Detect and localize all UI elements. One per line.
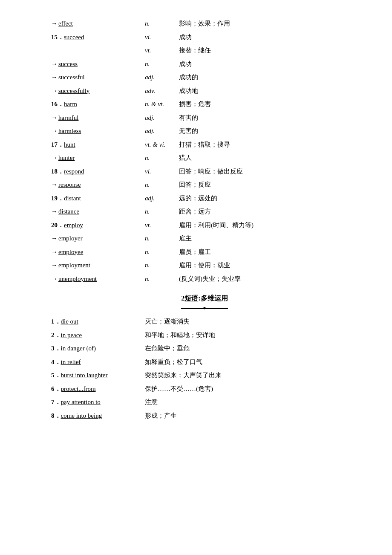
derivative-word: distance bbox=[58, 208, 79, 215]
word-col: 20．employ bbox=[51, 220, 145, 231]
pos-col: n. & vt. bbox=[145, 99, 179, 110]
word-col: 19．distant bbox=[51, 193, 145, 204]
vocab-row: →huntern.猎人 bbox=[51, 151, 358, 165]
entry-word: employ bbox=[64, 222, 83, 228]
phrase-number: 4． bbox=[51, 358, 61, 365]
arrow-prefix: → bbox=[51, 154, 58, 161]
arrow-prefix: → bbox=[51, 262, 58, 269]
vocab-row: →employeen.雇员；雇工 bbox=[51, 246, 358, 259]
derivative-word: harmful bbox=[58, 114, 78, 121]
phrase-row: 8．come into being形成；产生 bbox=[51, 409, 358, 423]
phrase-row: 3．in danger (of)在危险中；垂危 bbox=[51, 342, 358, 356]
phrase-def-col: 如释重负；松了口气 bbox=[145, 357, 358, 368]
derivative-word: effect bbox=[58, 20, 73, 27]
entry-word: hunt bbox=[64, 141, 75, 148]
pos-col: n. bbox=[145, 274, 179, 285]
vocab-row: →successfuladj.成功的 bbox=[51, 71, 358, 84]
entry-word: succeed bbox=[64, 34, 84, 40]
word-col: →unemployment bbox=[51, 274, 145, 285]
def-col: 接替；继任 bbox=[179, 45, 358, 56]
vocab-row: 19．distantadj.远的；远处的 bbox=[51, 192, 358, 205]
pos-col: n. bbox=[145, 179, 179, 191]
def-col: 回答；响应；做出反应 bbox=[179, 166, 358, 177]
derivative-word: hunter bbox=[58, 154, 75, 161]
phrase-row: 5．burst into laughter突然笑起来；大声笑了出来 bbox=[51, 369, 358, 382]
phrase-number: 1． bbox=[51, 318, 61, 325]
derivative-word: unemployment bbox=[58, 275, 97, 282]
word-col: 18．respond bbox=[51, 166, 145, 177]
phrase-row: 1．die out灭亡；逐渐消失 bbox=[51, 315, 358, 329]
phrase-text: in peace bbox=[61, 332, 82, 338]
vocab-row: →harmfuladj.有害的 bbox=[51, 111, 358, 125]
entry-number: 17． bbox=[51, 141, 64, 148]
phrase-number: 2． bbox=[51, 332, 61, 338]
def-col: 成功 bbox=[179, 59, 358, 70]
section-sub: :多维运用 bbox=[198, 295, 228, 302]
word-col: →employment bbox=[51, 260, 145, 271]
arrow-prefix: → bbox=[51, 208, 58, 215]
def-col: 影响；效果；作用 bbox=[179, 18, 358, 29]
phrase-row: 7．pay attention to注意 bbox=[51, 396, 358, 409]
def-col: 打猎；猎取；搜寻 bbox=[179, 139, 358, 150]
vocab-row: 15．succeedvi.成功 bbox=[51, 31, 358, 44]
vocab-row: →effectn.影响；效果；作用 bbox=[51, 17, 358, 31]
section-title-text: 2短语:多维运用 bbox=[181, 294, 228, 303]
derivative-word: employee bbox=[58, 249, 83, 255]
phrase-row: 6．protect...from保护……不受……(危害) bbox=[51, 382, 358, 396]
derivative-word: success bbox=[58, 61, 78, 67]
entry-number: 15． bbox=[51, 34, 64, 40]
phrase-row: 2．in peace和平地；和睦地；安详地 bbox=[51, 329, 358, 342]
entry-number: 16． bbox=[51, 101, 64, 107]
def-col: 成功 bbox=[179, 32, 358, 43]
phrase-def-col: 注意 bbox=[145, 397, 358, 408]
def-col: 成功的 bbox=[179, 72, 358, 83]
pos-col: vt. bbox=[145, 220, 179, 231]
def-col: 成功地 bbox=[179, 86, 358, 97]
pos-col: n. bbox=[145, 18, 179, 29]
section2-title: 2短语:多维运用 bbox=[51, 294, 358, 309]
vocab-row: 16．harmn. & vt.损害；危害 bbox=[51, 98, 358, 111]
derivative-word: successfully bbox=[58, 87, 89, 94]
arrow-prefix: → bbox=[51, 127, 58, 134]
phrase-text: in relief bbox=[61, 358, 81, 365]
word-col: →employer bbox=[51, 233, 145, 244]
def-col: 有害的 bbox=[179, 113, 358, 124]
derivative-word: employment bbox=[58, 262, 90, 269]
word-col: →successfully bbox=[51, 86, 145, 97]
arrow-prefix: → bbox=[51, 61, 58, 67]
def-col: 远的；远处的 bbox=[179, 193, 358, 204]
pos-col: n. bbox=[145, 260, 179, 271]
vocab-table: →effectn.影响；效果；作用15．succeedvi.成功vt.接替；继任… bbox=[51, 17, 358, 286]
pos-col: adj. bbox=[145, 113, 179, 124]
phrase-def-col: 在危险中；垂危 bbox=[145, 343, 358, 354]
arrow-prefix: → bbox=[51, 74, 58, 81]
phrase-word-col: 5．burst into laughter bbox=[51, 370, 145, 381]
word-col: →response bbox=[51, 179, 145, 191]
def-col: (反义词)失业；失业率 bbox=[179, 274, 358, 285]
entry-number: 18． bbox=[51, 168, 64, 175]
vocab-row: 20．employvt.雇用；利用(时间、精力等) bbox=[51, 219, 358, 232]
def-col: 猎人 bbox=[179, 153, 358, 164]
vocab-row: 17．huntvt. & vi.打猎；猎取；搜寻 bbox=[51, 138, 358, 152]
word-col: →employee bbox=[51, 247, 145, 258]
phrase-def-col: 突然笑起来；大声笑了出来 bbox=[145, 370, 358, 381]
derivative-word: harmless bbox=[58, 127, 81, 134]
phrase-number: 8． bbox=[51, 412, 61, 419]
section-underline bbox=[181, 304, 228, 309]
derivative-word: successful bbox=[58, 74, 85, 81]
phrase-text: burst into laughter bbox=[61, 372, 108, 379]
phrase-def-col: 保护……不受……(危害) bbox=[145, 384, 358, 395]
phrase-text: die out bbox=[61, 318, 78, 325]
phrase-text: come into being bbox=[61, 412, 102, 419]
word-col: →distance bbox=[51, 206, 145, 217]
def-col: 雇主 bbox=[179, 233, 358, 244]
phrase-def-col: 形成；产生 bbox=[145, 410, 358, 422]
vocab-row: 18．respondvi.回答；响应；做出反应 bbox=[51, 165, 358, 179]
phrase-row: 4．in relief如释重负；松了口气 bbox=[51, 356, 358, 369]
def-col: 雇用；使用；就业 bbox=[179, 260, 358, 271]
phrase-number: 6． bbox=[51, 385, 61, 392]
vocab-row: vt.接替；继任 bbox=[51, 44, 358, 58]
pos-col: n. bbox=[145, 153, 179, 164]
pos-col: vi. bbox=[145, 32, 179, 43]
phrase-text: in danger (of) bbox=[61, 345, 96, 352]
